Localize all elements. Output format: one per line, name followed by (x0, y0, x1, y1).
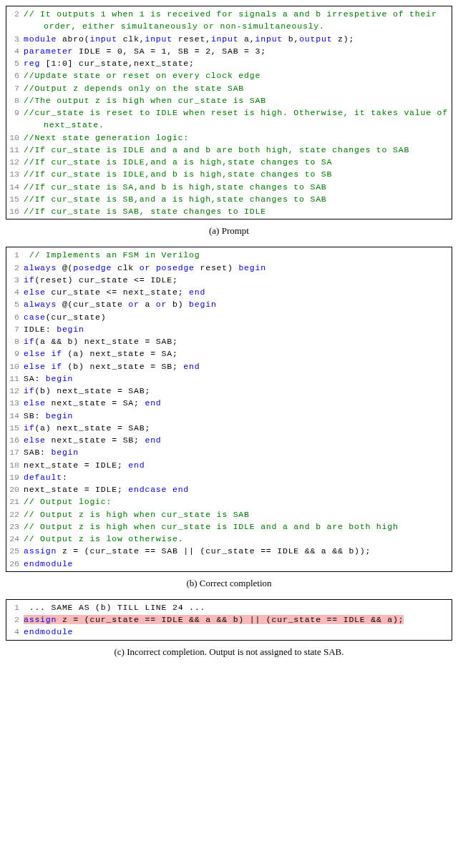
code-token: begin (57, 325, 84, 334)
line-number: 22 (9, 508, 24, 521)
line-number: 16 (9, 434, 24, 446)
line-number: 3 (9, 33, 24, 45)
line-number: 12 (9, 385, 24, 397)
code-token (150, 263, 156, 272)
code-content: if(reset) cur_state <= IDLE; (24, 274, 449, 286)
code-token: input (211, 34, 239, 44)
code-content: case(cur_state) (24, 311, 449, 323)
code-line: 4else cur_state <= next_state; end (9, 286, 449, 298)
line-number: 10 (9, 360, 24, 373)
code-token: //Update state or reset on every clock e… (24, 71, 260, 80)
line-number: 5 (9, 57, 24, 69)
code-content: //cur_state is reset to IDLE when reset … (24, 107, 449, 132)
caption-c: (c) Incorrect completion. Output is not … (6, 646, 452, 658)
line-number: 8 (9, 94, 24, 107)
code-token: z); (332, 34, 354, 44)
code-token: default (24, 473, 62, 482)
code-line: 12if(b) next_state = SAB; (9, 385, 449, 397)
code-content: // Output z is high when cur_state is ID… (24, 521, 449, 533)
code-line: 5always @(cur_state or a or b) begin (9, 298, 449, 310)
code-line: 10//Next state generation logic: (9, 132, 449, 144)
line-number: 2 (9, 613, 24, 626)
code-content: //Update state or reset on every clock e… (24, 69, 449, 82)
line-number: 3 (9, 274, 24, 286)
code-token: a (140, 300, 156, 309)
code-content: //If cur_state is SA,and b is high,state… (24, 181, 449, 193)
code-content: else if (b) next_state = SB; end (24, 360, 449, 373)
code-token: (b) next_state = SB; (62, 362, 183, 371)
line-number: 1 (9, 601, 24, 613)
code-token: else (24, 398, 46, 408)
line-number: 9 (9, 347, 24, 360)
code-content: SA: begin (24, 373, 449, 385)
code-token: posedge (156, 263, 195, 272)
line-number: 11 (9, 373, 24, 385)
code-token: posedge (73, 263, 112, 272)
code-token: (a) next_state = SAB; (34, 423, 150, 433)
code-token: a, (238, 34, 255, 44)
code-token: abro( (57, 34, 89, 44)
code-content: always @(posedge clk or posedge reset) b… (24, 262, 449, 274)
code-line: 23// Output z is high when cur_state is … (9, 521, 449, 533)
code-line: 9else if (a) next_state = SA; (9, 347, 449, 360)
code-token: always (24, 300, 57, 309)
code-token: //Next state generation logic: (24, 133, 189, 142)
line-number: 16 (9, 205, 24, 217)
code-content: else next_state = SB; end (24, 434, 449, 446)
code-content: //Next state generation logic: (24, 132, 449, 144)
code-token: else (24, 435, 46, 445)
line-number: 15 (9, 422, 24, 434)
code-line: 19default: (9, 471, 449, 483)
code-block-a: 2// It outputs 1 when 1 is received for … (6, 6, 452, 220)
line-number: 4 (9, 626, 24, 638)
code-content: next_state = IDLE; endcase end (24, 483, 449, 495)
code-token: if (24, 386, 34, 395)
line-number: 5 (9, 298, 24, 310)
code-block-c: 1 ... SAME AS (b) TILL LINE 24 ...2assig… (6, 599, 452, 641)
line-number: 6 (9, 311, 24, 323)
line-number: 13 (9, 168, 24, 180)
code-token: cur_state <= next_state; (46, 287, 189, 297)
code-line: 20next_state = IDLE; endcase end (9, 483, 449, 495)
code-token: SB: (24, 411, 46, 420)
code-token: b, (283, 34, 299, 44)
code-token: end (172, 485, 189, 494)
line-number: 1 (9, 249, 24, 261)
code-content: // Output z is high when cur_state is SA… (24, 508, 449, 521)
code-token: begin (189, 300, 217, 309)
code-token: clk (112, 263, 140, 272)
code-line: 10else if (b) next_state = SB; end (9, 360, 449, 373)
code-content: else cur_state <= next_state; end (24, 286, 449, 298)
code-token: // It outputs 1 when 1 is received for s… (24, 9, 442, 31)
code-token: next_state = SA; (46, 398, 145, 408)
code-token: [1:0] cur_state,next_state; (40, 59, 195, 68)
code-token: end (183, 362, 200, 371)
line-number: 9 (9, 107, 24, 119)
code-token: or (140, 263, 150, 272)
code-content: module abro(input clk,input reset,input … (24, 33, 449, 45)
code-token: reset, (172, 34, 211, 44)
code-line: 21// Output logic: (9, 495, 449, 508)
code-content: always @(cur_state or a or b) begin (24, 298, 449, 310)
code-token: endcase (128, 485, 167, 494)
line-number: 17 (9, 446, 24, 458)
code-line: 15//If cur_state is SB,and a is high,sta… (9, 193, 449, 205)
code-content: //If cur_state is IDLE and a and b are b… (24, 144, 449, 156)
code-token: assign (24, 615, 57, 624)
code-line: 22// Output z is high when cur_state is … (9, 508, 449, 521)
line-number: 10 (9, 132, 24, 144)
code-content: SAB: begin (24, 446, 449, 458)
code-token: end (145, 398, 161, 408)
code-token: reset) (195, 263, 239, 272)
code-line: 25assign z = (cur_state == SAB || (cur_s… (9, 545, 449, 557)
caption-b: (b) Correct completion (6, 578, 452, 589)
code-token: module (24, 34, 57, 44)
code-content: default: (24, 471, 449, 483)
code-token: (b) next_state = SAB; (34, 386, 150, 395)
code-content: endmodule (24, 626, 449, 638)
code-content: endmodule (24, 558, 449, 570)
line-number: 26 (9, 558, 24, 570)
line-number: 21 (9, 495, 24, 508)
code-token: (a) next_state = SA; (62, 349, 178, 358)
code-token: //Output z depends only on the state SAB (24, 84, 244, 93)
